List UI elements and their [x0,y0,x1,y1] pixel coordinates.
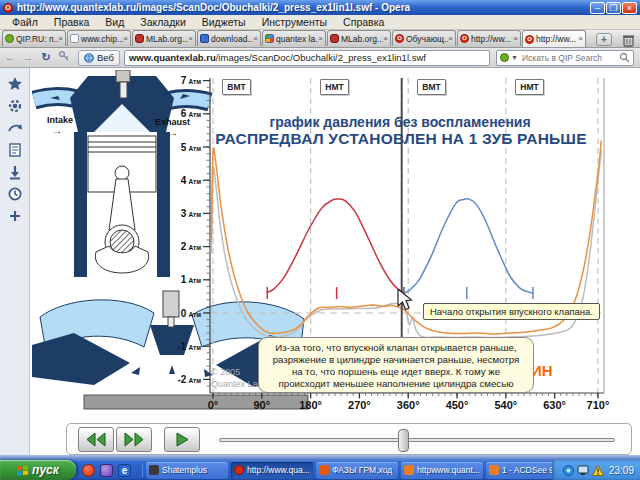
menu-Виджеты[interactable]: Виджеты [194,15,254,29]
menu-Справка[interactable]: Справка [335,15,392,29]
url-field[interactable]: www.quantexlab.ru/images/ScanDoc/Obuchal… [124,50,490,66]
task-3[interactable]: ФАЗЫ ГРМ,ход ... [316,462,398,479]
task-label: httpwww.quant... [417,465,480,475]
tab-9[interactable]: Ohttp://ww...× [522,30,586,47]
url-domain: www.quantexlab.ru [129,52,216,63]
search-dropdown-icon[interactable]: ▼ [511,54,518,61]
globe-icon [84,53,94,63]
windows-logo-icon [17,465,28,475]
qip-quicklaunch-icon[interactable] [100,464,113,477]
task-label: http://www.qua... [247,465,310,475]
tab-close-icon[interactable]: × [123,35,128,43]
qip-icon [5,34,14,43]
tab-close-icon[interactable]: × [578,35,583,43]
opera-icon: O [395,34,404,43]
tab-close-icon[interactable]: × [188,35,193,43]
task-5[interactable]: 1 - ACDSee 9 Ph... [486,462,552,479]
download-icon [200,34,209,43]
marker-ВМТ: ВМТ [222,79,251,95]
restore-button[interactable]: ❐ [606,2,621,14]
tab-close-icon[interactable]: × [58,35,63,43]
tab-6[interactable]: MLab.org....× [327,30,391,46]
tab-4[interactable]: download....× [197,30,261,46]
marker-НМТ: НМТ [515,79,544,95]
forward-icon[interactable]: → [20,50,36,66]
tab-close-icon[interactable]: × [513,35,518,43]
qip-search-icon[interactable] [500,53,509,62]
tab-label: QIP.RU: п... [16,34,58,44]
timeline-slider-thumb[interactable] [398,429,409,452]
opera-quicklaunch-icon[interactable] [82,464,95,477]
tab-label: MLab.org.... [341,34,383,44]
tab-5[interactable]: quantex la...× [262,30,326,46]
tab-close-icon[interactable]: × [383,35,388,43]
wand-icon[interactable] [56,50,72,66]
quick-launch: e [76,464,143,477]
trash-icon[interactable] [621,33,636,46]
mlab-icon [330,34,339,43]
transfers-icon[interactable] [6,164,24,180]
title-bar: O http://www.quantexlab.ru/images/ScanDo… [0,0,640,15]
menu-Правка[interactable]: Правка [46,15,97,29]
intake-arrow: → [52,125,62,136]
fast-forward-button[interactable] [116,427,152,452]
tab-close-icon[interactable]: × [253,35,258,43]
menu-Инструменты[interactable]: Инструменты [254,15,335,29]
tooltip-line: происходит меньшее наполнение цилиндра с… [259,378,533,390]
google-icon [265,34,274,43]
search-box[interactable]: ▼ [496,50,634,66]
search-input[interactable] [520,52,619,64]
minimize-button[interactable]: – [590,2,605,14]
task-icon [234,465,244,475]
task-label: Shatemplus [162,465,225,475]
timeline-slider-track[interactable] [219,438,615,442]
reload-icon[interactable]: ↻ [38,50,54,66]
task-icon [319,465,329,475]
task-1[interactable]: Shatemplus [146,462,228,479]
web-button[interactable]: Веб [78,50,120,66]
start-button[interactable]: пуск [0,460,76,480]
tab-1[interactable]: QIP.RU: п...× [2,30,66,46]
copyright: © 2005 Quantex Lab. [211,366,265,390]
tab-2[interactable]: www.chip...× [67,30,131,46]
close-button[interactable]: × [622,2,637,14]
tab-close-icon[interactable]: × [448,35,453,43]
play-button[interactable] [164,427,200,452]
page-icon [70,34,79,43]
tabs: QIP.RU: п...×www.chip...×MLab.org....×do… [2,30,587,47]
tooltip-explanation: Из-за того, что впускной клапан открывае… [258,337,534,393]
tray-update-icon[interactable] [563,465,574,476]
marker-НМТ: НМТ [320,79,349,95]
magnifier-icon[interactable] [619,52,630,63]
tray-warning-icon[interactable] [592,465,604,476]
new-tab-button[interactable]: + [596,33,612,46]
tab-close-icon[interactable]: × [318,35,323,43]
bookmarks-icon[interactable] [6,76,24,92]
tab-8[interactable]: Ohttp://ww...× [457,30,521,46]
back-icon[interactable]: ← [2,50,18,66]
panel-sidebar [0,68,30,455]
rewind-button[interactable] [78,427,114,452]
history-icon[interactable] [6,186,24,202]
web-button-label: Веб [97,52,114,63]
tab-label: http://ww... [536,34,578,44]
tray-display-icon[interactable] [577,465,589,476]
menu-Файл[interactable]: Файл [4,15,46,29]
notes-icon[interactable] [6,142,24,158]
menu-Вид[interactable]: Вид [97,15,132,29]
menu-bar: ФайлПравкаВидЗакладкиВиджетыИнструментыС… [0,15,640,30]
chart-title: РАСПРЕДВАЛ УСТАНОВЛЕН НА 1 ЗУБ РАНЬШЕ [215,130,586,148]
menu-Закладки[interactable]: Закладки [132,15,193,29]
task-icon [149,465,159,475]
task-icon [404,465,414,475]
task-2[interactable]: http://www.qua... [231,462,313,479]
ie-quicklaunch-icon[interactable]: e [118,464,131,477]
tab-label: quantex la... [276,34,318,44]
widgets-icon[interactable] [6,98,24,114]
add-panel-icon[interactable] [6,208,24,224]
contacts-icon[interactable] [6,120,24,136]
tab-7[interactable]: OОбучающ...× [392,30,456,46]
tab-3[interactable]: MLab.org....× [132,30,196,46]
tooltip-line: на то, что поршень еще идет вверх. К том… [259,366,533,378]
task-4[interactable]: httpwww.quant... [401,462,483,479]
